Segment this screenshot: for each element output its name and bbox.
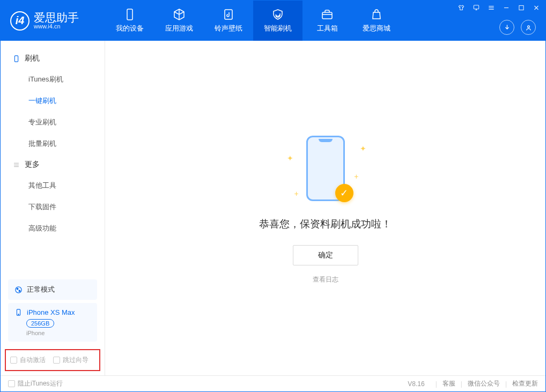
checkbox-block-itunes[interactable]: 阻止iTunes运行 <box>8 379 63 388</box>
bottom-options-highlighted: 自动激活 跳过向导 <box>5 349 100 371</box>
sparkle-icon: ✦ <box>287 154 293 162</box>
app-name: 爱思助手 <box>34 12 79 23</box>
sidebar-item-other-tools[interactable]: 其他工具 <box>1 175 105 196</box>
maximize-icon[interactable] <box>518 4 525 11</box>
sidebar-item-oneclick-flash[interactable]: 一键刷机 <box>1 90 105 112</box>
app-header: i4 爱思助手 www.i4.cn 我的设备 应用游戏 铃声壁纸 智能刷机 工具… <box>1 1 545 41</box>
tab-smart-flash[interactable]: 智能刷机 <box>253 1 302 41</box>
success-illustration: ✦ ✦ + + ✓ <box>277 132 374 208</box>
menu-icon[interactable] <box>488 4 495 11</box>
svg-point-5 <box>527 25 529 27</box>
cube-icon <box>173 8 186 21</box>
bag-icon <box>370 8 383 21</box>
svg-point-11 <box>18 314 19 315</box>
user-button[interactable] <box>521 20 536 35</box>
tab-label: 爱思商城 <box>363 24 390 33</box>
success-message: 恭喜您，保资料刷机成功啦！ <box>259 217 392 231</box>
list-icon <box>12 161 20 169</box>
toolbox-icon <box>321 8 334 21</box>
ok-button[interactable]: 确定 <box>293 245 358 265</box>
sidebar-item-pro-flash[interactable]: 专业刷机 <box>1 112 105 133</box>
svg-rect-2 <box>322 12 332 19</box>
sparkle-icon: + <box>354 172 358 181</box>
tab-label: 铃声壁纸 <box>215 24 242 33</box>
svg-rect-0 <box>127 9 132 20</box>
check-badge-icon: ✓ <box>335 184 353 202</box>
tab-apps-games[interactable]: 应用游戏 <box>154 1 204 41</box>
sidebar-item-itunes-flash[interactable]: iTunes刷机 <box>1 69 105 90</box>
checkbox-icon <box>8 380 15 387</box>
sidebar-section-flash: 刷机 <box>1 48 105 69</box>
checkbox-label: 自动激活 <box>20 356 46 365</box>
minimize-icon[interactable] <box>503 4 510 11</box>
phone-icon <box>12 55 20 63</box>
section-title-label: 更多 <box>25 160 40 169</box>
close-icon[interactable] <box>533 4 540 11</box>
sidebar-section-more: 更多 <box>1 154 105 175</box>
main-content: ✦ ✦ + + ✓ 恭喜您，保资料刷机成功啦！ 确定 查看日志 <box>105 41 545 375</box>
svg-point-7 <box>16 286 21 292</box>
version-label: V8.16 <box>408 380 424 388</box>
tab-label: 我的设备 <box>116 24 144 33</box>
mode-icon <box>14 286 23 294</box>
footer: 阻止iTunes运行 V8.16 | 客服 | 微信公众号 | 检查更新 <box>1 375 545 391</box>
device-storage-badge: 256GB <box>26 319 54 328</box>
device-name-label: iPhone XS Max <box>27 308 75 316</box>
tab-toolbox[interactable]: 工具箱 <box>302 1 352 41</box>
device-phone-icon <box>14 308 23 316</box>
tab-my-device[interactable]: 我的设备 <box>105 1 154 41</box>
checkbox-icon <box>53 357 60 364</box>
mode-card[interactable]: 正常模式 <box>8 279 97 300</box>
sparkle-icon: ✦ <box>360 144 366 153</box>
logo-area: i4 爱思助手 www.i4.cn <box>1 11 105 31</box>
tab-label: 智能刷机 <box>264 24 292 33</box>
section-title-label: 刷机 <box>25 54 40 63</box>
view-log-link[interactable]: 查看日志 <box>313 275 338 284</box>
feedback-icon[interactable] <box>473 4 480 11</box>
tab-store[interactable]: 爱思商城 <box>352 1 401 41</box>
header-right-buttons <box>499 20 536 35</box>
checkbox-auto-activate[interactable]: 自动激活 <box>10 356 46 365</box>
download-button[interactable] <box>499 20 514 35</box>
svg-point-8 <box>17 288 18 290</box>
app-url: www.i4.cn <box>34 23 79 29</box>
sidebar-item-download-firmware[interactable]: 下载固件 <box>1 196 105 218</box>
sparkle-icon: + <box>294 189 299 198</box>
device-icon <box>123 8 136 21</box>
svg-rect-1 <box>225 10 232 19</box>
footer-link-update[interactable]: 检查更新 <box>512 379 538 388</box>
footer-link-support[interactable]: 客服 <box>442 379 455 388</box>
tshirt-icon[interactable] <box>458 4 465 11</box>
svg-rect-4 <box>519 5 523 10</box>
svg-rect-6 <box>14 55 18 61</box>
checkbox-label: 阻止iTunes运行 <box>18 379 63 388</box>
device-type-label: iPhone <box>26 330 91 336</box>
device-card[interactable]: iPhone XS Max 256GB iPhone <box>8 303 97 342</box>
sidebar-item-batch-flash[interactable]: 批量刷机 <box>1 133 105 154</box>
checkbox-label: 跳过向导 <box>63 356 88 365</box>
sidebar-item-advanced[interactable]: 高级功能 <box>1 218 105 239</box>
refresh-shield-icon <box>271 8 284 21</box>
footer-link-wechat[interactable]: 微信公众号 <box>468 379 500 388</box>
tab-label: 工具箱 <box>317 24 338 33</box>
window-controls <box>458 4 540 11</box>
music-file-icon <box>222 8 235 21</box>
tab-ringtone-wallpaper[interactable]: 铃声壁纸 <box>204 1 253 41</box>
checkbox-skip-wizard[interactable]: 跳过向导 <box>53 356 88 365</box>
sidebar: 刷机 iTunes刷机 一键刷机 专业刷机 批量刷机 更多 其他工具 下载固件 … <box>1 41 105 375</box>
app-logo-icon: i4 <box>10 11 29 31</box>
mode-label: 正常模式 <box>27 285 55 294</box>
checkbox-icon <box>10 357 17 364</box>
svg-point-9 <box>19 290 20 292</box>
tab-label: 应用游戏 <box>165 24 193 33</box>
nav-tabs: 我的设备 应用游戏 铃声壁纸 智能刷机 工具箱 爱思商城 <box>105 1 401 41</box>
